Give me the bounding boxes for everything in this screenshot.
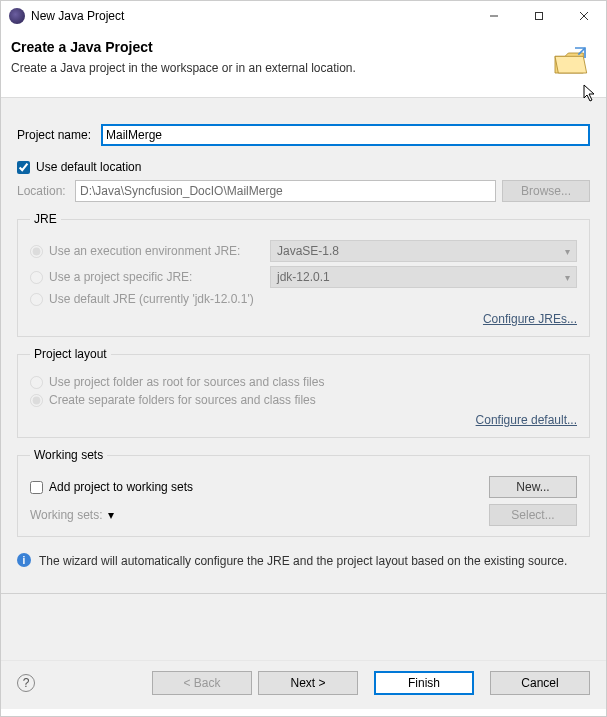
project-layout-group: Project layout Use project folder as roo… xyxy=(17,347,590,438)
working-sets-label: Working sets: xyxy=(30,508,108,522)
eclipse-icon xyxy=(9,8,25,24)
page-title: Create a Java Project xyxy=(11,39,550,55)
cancel-button[interactable]: Cancel xyxy=(490,671,590,695)
location-input xyxy=(75,180,496,202)
jre-exec-env-select[interactable]: JavaSE-1.8 ▾ xyxy=(270,240,577,262)
jre-project-specific-radio[interactable] xyxy=(30,271,43,284)
svg-rect-1 xyxy=(535,13,542,20)
help-button[interactable]: ? xyxy=(17,674,35,692)
jre-project-specific-label: Use a project specific JRE: xyxy=(49,270,192,284)
browse-button: Browse... xyxy=(502,180,590,202)
select-working-set-button: Select... xyxy=(489,504,577,526)
layout-separate-radio[interactable] xyxy=(30,394,43,407)
jre-exec-env-radio[interactable] xyxy=(30,245,43,258)
finish-button[interactable]: Finish xyxy=(374,671,474,695)
dialog-body: Project name: Use default location Locat… xyxy=(1,98,606,660)
window-title: New Java Project xyxy=(31,9,471,23)
configure-jres-link[interactable]: Configure JREs... xyxy=(483,312,577,326)
close-button[interactable] xyxy=(561,1,606,31)
jre-default-label: Use default JRE (currently 'jdk-12.0.1') xyxy=(49,292,254,306)
chevron-down-icon: ▾ xyxy=(108,508,114,522)
title-bar: New Java Project xyxy=(1,1,606,31)
minimize-button[interactable] xyxy=(471,1,516,31)
jre-legend: JRE xyxy=(30,212,61,226)
new-project-icon xyxy=(550,43,590,83)
layout-root-radio[interactable] xyxy=(30,376,43,389)
project-name-input[interactable] xyxy=(101,124,590,146)
location-label: Location: xyxy=(17,184,75,198)
add-to-working-sets-checkbox[interactable] xyxy=(30,481,43,494)
info-text: The wizard will automatically configure … xyxy=(39,553,567,569)
jre-group: JRE Use an execution environment JRE: Ja… xyxy=(17,212,590,337)
dialog-header: Create a Java Project Create a Java proj… xyxy=(1,31,606,98)
maximize-button[interactable] xyxy=(516,1,561,31)
chevron-down-icon: ▾ xyxy=(565,246,570,257)
jre-default-radio[interactable] xyxy=(30,293,43,306)
working-sets-select: ▾ xyxy=(108,508,483,522)
project-name-label: Project name: xyxy=(17,128,101,142)
chevron-down-icon: ▾ xyxy=(565,272,570,283)
project-layout-legend: Project layout xyxy=(30,347,111,361)
dialog-footer: ? < Back Next > Finish Cancel xyxy=(1,661,606,709)
info-message: i The wizard will automatically configur… xyxy=(17,549,590,573)
working-sets-legend: Working sets xyxy=(30,448,107,462)
new-working-set-button[interactable]: New... xyxy=(489,476,577,498)
layout-separate-label: Create separate folders for sources and … xyxy=(49,393,316,407)
working-sets-group: Working sets Add project to working sets… xyxy=(17,448,590,537)
page-subtitle: Create a Java project in the workspace o… xyxy=(11,61,550,75)
add-to-working-sets-label: Add project to working sets xyxy=(49,480,193,494)
next-button[interactable]: Next > xyxy=(258,671,358,695)
back-button: < Back xyxy=(152,671,252,695)
jre-project-specific-select: jdk-12.0.1 ▾ xyxy=(270,266,577,288)
jre-project-specific-value: jdk-12.0.1 xyxy=(277,270,330,284)
configure-default-link[interactable]: Configure default... xyxy=(476,413,577,427)
jre-exec-env-label: Use an execution environment JRE: xyxy=(49,244,240,258)
layout-root-label: Use project folder as root for sources a… xyxy=(49,375,324,389)
jre-exec-env-value: JavaSE-1.8 xyxy=(277,244,339,258)
info-icon: i xyxy=(17,553,31,567)
use-default-location-checkbox[interactable] xyxy=(17,161,30,174)
use-default-location-label: Use default location xyxy=(36,160,141,174)
